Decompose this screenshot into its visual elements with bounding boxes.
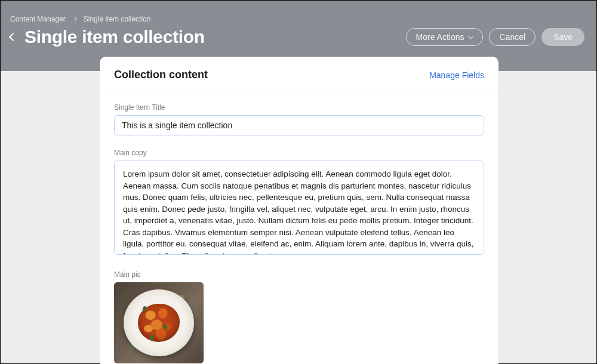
breadcrumb-root[interactable]: Content Manager (10, 15, 66, 23)
chevron-down-icon (468, 33, 474, 39)
title-field-label: Single Item Title (114, 103, 484, 112)
main-pic-thumbnail[interactable] (114, 282, 204, 363)
more-actions-button[interactable]: More Actions (406, 28, 484, 46)
main-copy-textarea[interactable] (114, 161, 484, 255)
back-icon[interactable] (9, 33, 17, 41)
cancel-button[interactable]: Cancel (489, 28, 536, 46)
main-pic-label: Main pic (114, 270, 484, 279)
page-title: Single item collection (24, 27, 205, 47)
breadcrumb-current: Single item collection (84, 15, 151, 23)
content-card: Collection content Manage Fields Single … (100, 57, 498, 364)
manage-fields-link[interactable]: Manage Fields (429, 70, 484, 80)
more-actions-label: More Actions (416, 32, 464, 42)
breadcrumb: Content Manager Single item collection (10, 15, 587, 23)
card-heading: Collection content (114, 69, 208, 81)
main-copy-label: Main copy (114, 149, 484, 157)
save-button: Save (541, 28, 584, 46)
chevron-right-icon (72, 17, 76, 21)
title-input[interactable] (114, 115, 484, 135)
